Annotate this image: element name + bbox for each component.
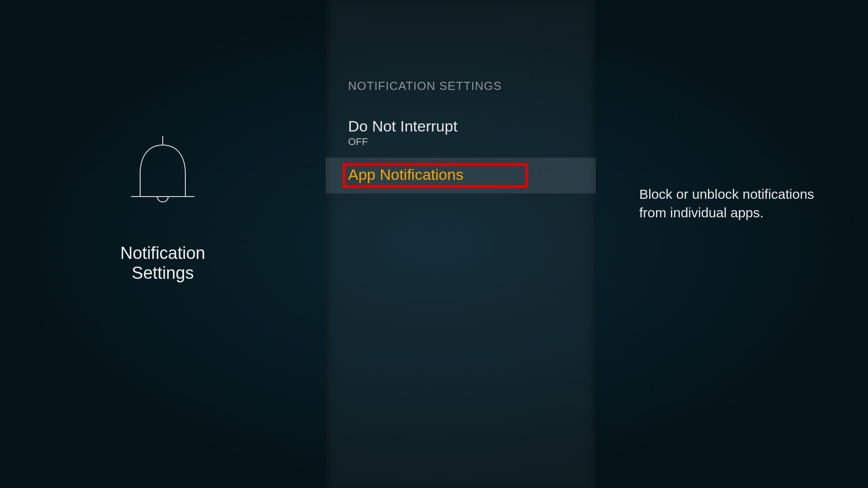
category-title-line2: Settings — [132, 263, 193, 282]
left-panel: Notification Settings — [0, 0, 326, 488]
bell-icon — [127, 132, 199, 216]
menu-item-do-not-interrupt[interactable]: Do Not Interrupt OFF — [326, 109, 596, 158]
detail-panel: Block or unblock notifications from indi… — [596, 0, 868, 488]
menu-item-label: Do Not Interrupt — [348, 117, 573, 135]
item-description: Block or unblock notifications from indi… — [639, 185, 832, 222]
menu-item-app-notifications[interactable]: App Notifications — [326, 158, 596, 193]
menu-item-label: App Notifications — [348, 166, 573, 183]
category-icon-wrapper: Notification Settings — [120, 132, 205, 283]
category-title-line1: Notification — [120, 244, 205, 263]
section-header: NOTIFICATION SETTINGS — [326, 79, 596, 109]
menu-item-status: OFF — [348, 136, 573, 148]
category-title: Notification Settings — [120, 244, 205, 283]
settings-list: NOTIFICATION SETTINGS Do Not Interrupt O… — [326, 0, 596, 488]
